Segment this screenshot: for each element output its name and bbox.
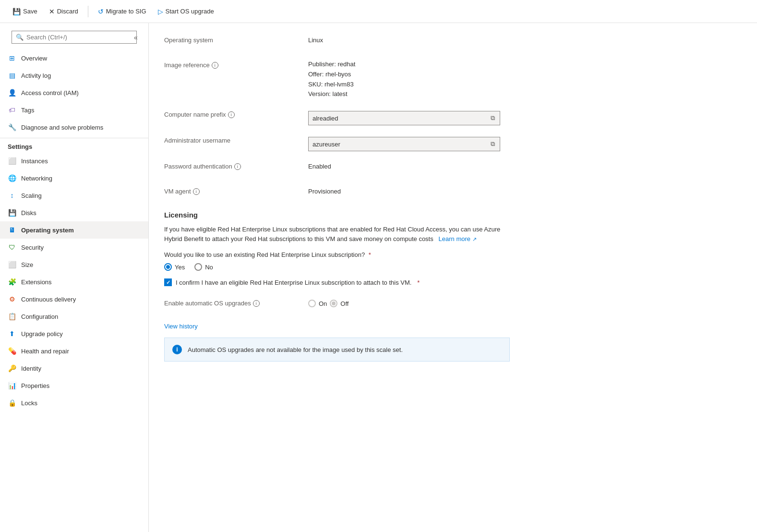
sidebar-item-extensions[interactable]: 🧩 Extensions [0, 273, 148, 290]
info-banner: i Automatic OS upgrades are not availabl… [164, 338, 510, 362]
scaling-icon: ↕ [8, 191, 16, 200]
computer-name-field-wrapper: ⧉ [308, 111, 500, 125]
auto-upgrade-label: Enable automatic OS upgrades i [164, 298, 308, 307]
continuous-delivery-icon: ⚙ [8, 295, 16, 303]
licensing-heading: Licensing [164, 211, 742, 219]
auto-upgrade-info-icon[interactable]: i [253, 300, 260, 307]
size-icon: ⬜ [8, 260, 16, 269]
confirm-checkbox-row: ✓ I confirm I have an eligible Red Hat E… [164, 278, 742, 286]
sidebar-item-networking[interactable]: 🌐 Networking [0, 169, 148, 187]
image-ref-sku: SKU: rhel-lvm83 [308, 80, 742, 90]
migrate-sig-button[interactable]: ↺ Migrate to SIG [93, 5, 151, 18]
admin-username-field-wrapper: ⧉ [308, 137, 500, 151]
discard-button[interactable]: ✕ Discard [44, 5, 83, 18]
disks-icon: 💾 [8, 208, 16, 217]
sidebar-item-size[interactable]: ⬜ Size [0, 256, 148, 273]
sidebar-item-overview[interactable]: ⊞ Overview [0, 49, 148, 67]
sidebar-item-diagnose[interactable]: 🔧 Diagnose and solve problems [0, 119, 148, 136]
discard-icon: ✕ [49, 8, 55, 15]
overview-icon: ⊞ [8, 54, 16, 62]
configuration-icon: 📋 [8, 312, 16, 321]
health-repair-icon: 💊 [8, 347, 16, 355]
image-ref-label: Image reference i [164, 60, 308, 69]
admin-username-input[interactable] [312, 141, 490, 148]
learn-more-link[interactable]: Learn more ↗ [437, 235, 477, 242]
confirm-checkbox[interactable]: ✓ [164, 278, 172, 286]
image-ref-publisher: Publisher: redhat [308, 60, 742, 70]
sidebar-item-health-repair[interactable]: 💊 Health and repair [0, 342, 148, 360]
image-ref-offer: Offer: rhel-byos [308, 70, 742, 80]
sidebar-item-tags[interactable]: 🏷 Tags [0, 101, 148, 119]
auto-upgrade-on-label: On [319, 300, 327, 307]
subscription-no-radio[interactable] [194, 263, 202, 271]
collapse-sidebar-button[interactable]: « [129, 31, 143, 44]
confirm-label: I confirm I have an eligible Red Hat Ent… [176, 279, 411, 286]
os-label: Operating system [164, 35, 308, 44]
os-value: Linux [308, 35, 742, 44]
checkmark-icon: ✓ [166, 279, 170, 286]
subscription-required-star: * [369, 251, 371, 258]
subscription-radio-group: Yes No [164, 263, 742, 271]
auto-upgrade-on-radio[interactable] [308, 300, 316, 307]
vm-agent-info-icon[interactable]: i [193, 188, 200, 195]
subscription-yes-radio[interactable] [164, 263, 172, 271]
access-control-icon: 👤 [8, 88, 16, 97]
settings-section-header: Settings [0, 138, 148, 152]
operating-system-icon: 🖥 [8, 226, 16, 234]
toolbar-divider [88, 6, 88, 17]
os-row: Operating system Linux [164, 35, 742, 50]
vm-agent-label: VM agent i [164, 186, 308, 195]
password-auth-info-icon[interactable]: i [234, 163, 241, 170]
subscription-question: Would you like to use an existing Red Ha… [164, 251, 742, 258]
admin-username-label: Administrator username [164, 135, 308, 144]
computer-name-info-icon[interactable]: i [228, 111, 235, 118]
sidebar-item-upgrade-policy[interactable]: ⬆ Upgrade policy [0, 325, 148, 342]
sidebar: 🔍 « ⊞ Overview ▤ Activity log 👤 Access c… [0, 23, 149, 532]
vm-agent-row: VM agent i Provisioned [164, 186, 742, 201]
instances-icon: ⬜ [8, 157, 16, 165]
computer-name-label: Computer name prefix i [164, 109, 308, 118]
subscription-no-option[interactable]: No [194, 263, 213, 271]
start-os-upgrade-button[interactable]: ▷ Start OS upgrade [153, 5, 219, 18]
auto-upgrade-radios: On Off [308, 298, 742, 313]
diagnose-icon: 🔧 [8, 123, 16, 132]
sidebar-item-identity[interactable]: 🔑 Identity [0, 360, 148, 377]
sidebar-item-activity-log[interactable]: ▤ Activity log [0, 67, 148, 84]
search-input[interactable] [26, 34, 132, 41]
identity-icon: 🔑 [8, 364, 16, 373]
save-icon: 💾 [12, 8, 21, 15]
content-area: Operating system Linux Image reference i… [149, 23, 757, 532]
properties-icon: 📊 [8, 381, 16, 390]
image-ref-info-icon[interactable]: i [212, 62, 218, 69]
sidebar-item-operating-system[interactable]: 🖥 Operating system [0, 221, 148, 239]
save-button[interactable]: 💾 Save [8, 5, 42, 18]
sidebar-item-locks[interactable]: 🔒 Locks [0, 394, 148, 411]
computer-name-row: Computer name prefix i ⧉ [164, 109, 742, 125]
networking-icon: 🌐 [8, 174, 16, 182]
sidebar-item-instances[interactable]: ⬜ Instances [0, 152, 148, 169]
view-history-link[interactable]: View history [164, 323, 742, 330]
computer-name-input-wrapper: ⧉ [308, 109, 742, 125]
sidebar-item-scaling[interactable]: ↕ Scaling [0, 187, 148, 204]
sidebar-item-properties[interactable]: 📊 Properties [0, 377, 148, 394]
auto-upgrade-off-label: Off [340, 300, 348, 307]
play-icon: ▷ [158, 8, 163, 15]
info-banner-text: Automatic OS upgrades are not available … [188, 346, 403, 353]
security-icon: 🛡 [8, 243, 16, 252]
image-ref-values: Publisher: redhat Offer: rhel-byos SKU: … [308, 60, 742, 99]
sidebar-item-configuration[interactable]: 📋 Configuration [0, 308, 148, 325]
sidebar-item-security[interactable]: 🛡 Security [0, 239, 148, 256]
subscription-yes-option[interactable]: Yes [164, 263, 185, 271]
computer-name-input[interactable] [312, 115, 490, 122]
sidebar-item-disks[interactable]: 💾 Disks [0, 204, 148, 221]
licensing-description: If you have eligible Red Hat Enterprise … [164, 225, 510, 243]
image-ref-version: Version: latest [308, 89, 742, 99]
sidebar-item-continuous-delivery[interactable]: ⚙ Continuous delivery [0, 290, 148, 308]
sidebar-item-access-control[interactable]: 👤 Access control (IAM) [0, 84, 148, 101]
admin-username-copy-icon[interactable]: ⧉ [490, 139, 496, 149]
auto-upgrade-row: Enable automatic OS upgrades i On Off [164, 298, 742, 313]
search-box[interactable]: 🔍 [12, 31, 137, 44]
computer-name-copy-icon[interactable]: ⧉ [490, 113, 496, 123]
auto-upgrade-off-radio[interactable] [330, 300, 337, 307]
main-layout: 🔍 « ⊞ Overview ▤ Activity log 👤 Access c… [0, 23, 757, 532]
